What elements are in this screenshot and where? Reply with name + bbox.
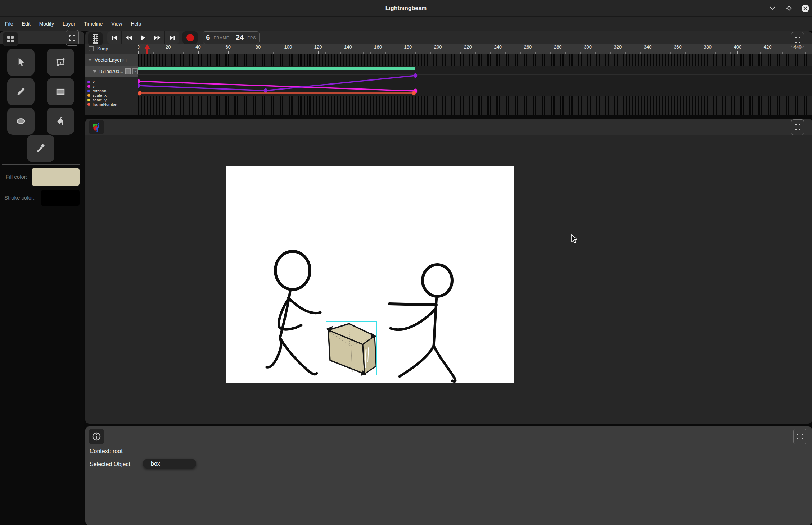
expand-icon — [795, 37, 800, 43]
property-row-scale_y[interactable]: scale_y — [85, 98, 107, 102]
keyframe-point[interactable] — [138, 91, 141, 96]
stick-figure-left — [267, 251, 320, 374]
menu-item-modify[interactable]: Modify — [39, 21, 54, 27]
property-label: scale_y — [93, 98, 107, 102]
film-button[interactable] — [88, 32, 103, 45]
timeline-expand-button[interactable] — [791, 32, 804, 48]
ruler-tick — [618, 51, 618, 54]
ellipse-tool-button[interactable] — [7, 108, 35, 135]
selected-object-field[interactable]: box — [143, 459, 196, 469]
menu-item-file[interactable]: File — [5, 21, 13, 27]
transform-icon — [55, 57, 66, 68]
keyframe-point[interactable] — [138, 83, 140, 88]
layer-row-sublayer[interactable]: 151ad70a... ~ — [85, 66, 138, 77]
keyframe-point[interactable] — [138, 79, 140, 84]
maximize-button[interactable] — [785, 4, 793, 12]
skip-to-start-button[interactable] — [107, 31, 122, 44]
ruler-label: 380 — [704, 44, 712, 50]
rectangle-tool-button[interactable] — [47, 78, 74, 105]
pencil-tool-button[interactable] — [7, 78, 35, 105]
record-button[interactable] — [182, 31, 198, 44]
tool-panel: Fill color: Stroke color: — [0, 31, 84, 525]
fps-value: 24 — [236, 33, 244, 42]
fast-forward-button[interactable] — [150, 31, 165, 44]
menu-item-layer[interactable]: Layer — [63, 21, 75, 27]
play-button[interactable] — [136, 31, 150, 44]
mouse-cursor-icon — [571, 234, 578, 244]
ruler-label: 260 — [524, 44, 532, 50]
paint-bucket-icon — [55, 116, 66, 127]
minimize-button[interactable] — [768, 4, 776, 12]
ruler-tick — [288, 51, 288, 54]
ruler-label: 200 — [434, 44, 442, 50]
property-row-y[interactable]: y — [85, 84, 95, 88]
selected-object-label: Selected Object — [90, 461, 130, 467]
ruler-tick — [528, 51, 528, 54]
collapse-triangle-icon[interactable] — [93, 70, 97, 73]
canvas-mode-button[interactable] — [89, 120, 104, 134]
menu-item-help[interactable]: Help — [131, 21, 141, 27]
fill-color-swatch[interactable] — [32, 168, 80, 186]
property-row-x[interactable]: x — [85, 80, 95, 84]
ruler-tick — [438, 51, 438, 54]
menu-item-view[interactable]: View — [111, 21, 122, 27]
transport-controls — [107, 31, 179, 44]
property-label: rotation — [93, 89, 106, 93]
property-color-dot — [87, 103, 90, 106]
sublayer-visibility-toggle[interactable] — [125, 68, 131, 74]
artboard[interactable] — [226, 166, 514, 383]
keyframe-point[interactable] — [412, 91, 416, 96]
property-label: y — [93, 84, 95, 88]
stroke-color-swatch[interactable] — [41, 190, 80, 206]
property-color-dot — [87, 94, 90, 97]
paint-bucket-tool-button[interactable] — [47, 108, 74, 135]
ruler-tick — [318, 51, 319, 54]
property-label: frameNumber — [93, 102, 118, 106]
rewind-button[interactable] — [122, 31, 136, 44]
transform-tool-button[interactable] — [47, 49, 74, 76]
info-button[interactable] — [89, 429, 104, 444]
workspace: Fill color: Stroke color: — [0, 31, 812, 525]
frame-value: 6 — [206, 33, 210, 42]
layer-name: VectorLayer — [95, 57, 122, 63]
sublayer-name: 151ad70a... — [99, 69, 123, 74]
keyframe-point[interactable] — [414, 73, 417, 78]
snap-label: Snap — [97, 46, 108, 51]
panel-grid-button[interactable] — [3, 32, 18, 46]
ruler-tick — [258, 51, 258, 54]
canvas-expand-button[interactable] — [791, 119, 804, 135]
property-row-rotation[interactable]: rotation — [85, 89, 106, 93]
selected-object-value: box — [151, 461, 160, 467]
eyedropper-tool-button[interactable] — [27, 135, 54, 162]
collapse-triangle-icon[interactable] — [88, 59, 92, 61]
property-row-frameNumber[interactable]: frameNumber — [85, 102, 118, 106]
menu-item-timeline[interactable]: Timeline — [84, 21, 103, 27]
ruler-tick — [378, 51, 378, 54]
ruler-label: 180 — [404, 44, 412, 50]
skip-to-end-icon — [169, 35, 175, 41]
window-title: Lightningbeam — [0, 0, 812, 17]
filmstrip-icon — [92, 34, 99, 44]
timeline-ruler[interactable]: 0204060801001201401601802002202402602803… — [138, 44, 812, 54]
skip-to-end-button[interactable] — [165, 31, 179, 44]
layer-row-vectorlayer[interactable]: VectorLayer [L] — [85, 54, 138, 66]
playhead[interactable] — [144, 44, 150, 54]
keyframe-point[interactable] — [264, 88, 267, 93]
eyedropper-icon — [35, 143, 46, 154]
scene — [226, 166, 514, 383]
tool-panel-expand-button[interactable] — [66, 30, 79, 46]
playhead-stem — [146, 49, 148, 54]
sublayer-tween-toggle[interactable]: ~ — [132, 68, 138, 74]
close-button[interactable] — [802, 5, 809, 12]
timeline-tracks[interactable] — [138, 54, 812, 115]
frame-label: FRAME — [213, 36, 229, 40]
property-row-scale_x[interactable]: scale_x — [85, 93, 107, 97]
menu-item-edit[interactable]: Edit — [22, 21, 31, 27]
inspector-expand-button[interactable] — [793, 429, 806, 444]
stick-figure-right — [389, 265, 455, 382]
select-tool-button[interactable] — [7, 49, 35, 76]
ruler-tick — [168, 51, 168, 54]
snap-checkbox[interactable] — [89, 46, 94, 51]
tool-panel-divider — [2, 164, 80, 165]
ruler-tick — [768, 51, 768, 54]
